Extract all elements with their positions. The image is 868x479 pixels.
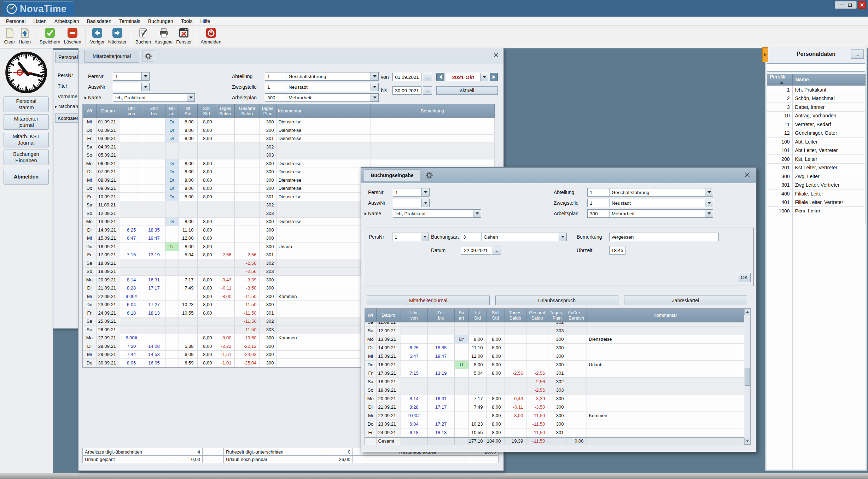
dropdown-button[interactable] xyxy=(421,188,429,196)
personaldaten-row[interactable]: 201 Kst Leiter, Vertreter xyxy=(767,163,865,172)
menu-item[interactable]: Hilfe xyxy=(196,17,214,25)
toolbar-abmelden-button[interactable]: Abmelden xyxy=(199,26,223,45)
datum-picker-button[interactable]: ... xyxy=(492,246,501,255)
dialog-table-row[interactable]: Di 21.09.21 8:28 17:17 7,49 8,00 -0,11 -… xyxy=(365,403,744,411)
minimize-icon[interactable] xyxy=(840,5,844,5)
column-header[interactable]: Soll Std xyxy=(197,104,216,118)
sidebar-mitarb-kst-journal-button[interactable]: Mitarb. KST Journal xyxy=(4,132,49,147)
sidebar-abmelden-button[interactable]: Abmelden xyxy=(4,169,49,185)
close-window-button[interactable] xyxy=(494,52,499,59)
toolbar-loeschen-button[interactable]: Löschen xyxy=(62,26,83,45)
menu-item[interactable]: Arbeitsplan xyxy=(51,17,83,25)
kopfdaten-tab[interactable]: Kopfdaten xyxy=(55,113,78,123)
column-header[interactable]: Tages Saldo xyxy=(505,309,526,322)
toolbar-fenster-button[interactable]: Fenster xyxy=(174,26,193,45)
dropdown-button[interactable] xyxy=(187,94,194,101)
auswnr-combobox[interactable] xyxy=(393,199,430,207)
personaldaten-row[interactable]: 10 Antrag, Vorhanden xyxy=(767,111,865,120)
settings-gear-button[interactable] xyxy=(423,170,435,181)
aktuell-button[interactable]: aktuell xyxy=(436,86,498,95)
arbeitsplan-combobox[interactable]: 300 Mehrarbeit xyxy=(265,93,379,102)
sidebar-personalstamm-button[interactable]: Personal stamm xyxy=(4,97,49,112)
column-header[interactable]: Soll Std xyxy=(487,309,505,322)
menu-item[interactable]: Terminals xyxy=(115,17,144,25)
column-header[interactable]: Bu art xyxy=(165,104,179,118)
tab-mitarbeiterjournal[interactable]: Mitarbeiterjournal xyxy=(84,50,139,63)
column-header[interactable]: Zeit bis xyxy=(427,309,454,322)
scrollbar-thumb[interactable] xyxy=(745,368,750,386)
dropdown-button[interactable] xyxy=(371,83,378,91)
toolbar-ausgabe-button[interactable]: Ausgabe xyxy=(153,26,174,45)
vertical-scrollbar[interactable] xyxy=(744,309,750,444)
close-app-button[interactable] xyxy=(858,1,866,9)
maximize-icon[interactable] xyxy=(848,4,852,7)
personaldaten-row[interactable]: 2 Schön, Manchmal xyxy=(767,94,865,103)
dropdown-button[interactable] xyxy=(559,233,566,241)
column-header[interactable]: Bu art xyxy=(454,309,468,322)
subtab-jahreskartei[interactable]: Jahreskartei xyxy=(624,296,747,305)
column-header[interactable]: Kommentar xyxy=(587,309,744,322)
persnr-column-header[interactable]: PersNr xyxy=(767,74,792,86)
name-column-header[interactable]: Name xyxy=(792,74,865,86)
dialog-table-row[interactable]: Mi 15.09.21 6:47 19:47 12,00 8,00 300 xyxy=(365,352,744,361)
persnr-combobox[interactable]: 1 xyxy=(393,188,430,197)
menu-item[interactable]: Buchungen xyxy=(144,17,177,25)
column-header[interactable]: Gesamt Saldo xyxy=(526,309,548,322)
column-header[interactable]: Tages Saldo xyxy=(216,104,234,118)
column-header[interactable]: Uhr von xyxy=(120,104,143,118)
journal-table-row[interactable]: So 05.09.21 303 xyxy=(83,151,494,159)
column-header[interactable]: Tages Plan xyxy=(548,309,566,322)
auswnr-combobox[interactable] xyxy=(113,83,150,91)
column-header[interactable]: Bemerkung xyxy=(371,104,494,118)
dropdown-button[interactable] xyxy=(141,72,149,80)
menu-item[interactable]: Listen xyxy=(29,17,50,25)
menu-item[interactable]: Personal xyxy=(2,17,29,25)
column-header[interactable]: Gesamt Saldo xyxy=(234,104,260,118)
close-dialog-button[interactable] xyxy=(745,172,750,179)
column-header[interactable]: Datum xyxy=(376,309,401,322)
personaldaten-row[interactable]: 12 Genehmiger, Guter xyxy=(767,129,865,138)
buchungsart-combobox[interactable]: 3 Gehen xyxy=(461,233,567,241)
dialog-table-row[interactable]: Mo 20.09.21 8:14 16:31 7,17 8,00 -0,43 -… xyxy=(365,395,744,403)
datum-input[interactable] xyxy=(461,246,491,255)
abteilung-combobox[interactable]: 1 Geschäftsführung xyxy=(587,188,713,197)
personaldaten-row[interactable]: 300 Zwg, Leiter xyxy=(767,172,865,181)
dialog-table-row[interactable]: Do 23.09.21 6:04 17:27 10,23 8,00 -11,50… xyxy=(365,420,744,428)
dialog-table-row[interactable]: Mo 13.09.21 Dr 8,00 8,00 300 xyxy=(365,335,744,344)
tab-buchungseingabe[interactable]: Buchungseingabe xyxy=(364,169,420,181)
journal-table-row[interactable]: Mi 01.09.21 Dr 8,00 8,00 300 Dienstreise xyxy=(83,118,494,126)
dialog-table-row[interactable]: Sa 18.09.21 -2,56 302 xyxy=(365,378,744,386)
toolbar-speichern-button[interactable]: Speichern xyxy=(38,26,62,45)
sidebar-mitarbeiterjournal-button[interactable]: Mitarbeiter journal xyxy=(4,114,49,130)
journal-table-row[interactable]: Do 02.09.21 Dr 8,00 8,00 300 Dienstreise xyxy=(83,126,494,135)
personaldaten-filter-input[interactable] xyxy=(767,63,865,72)
column-header[interactable]: Wt xyxy=(83,104,96,118)
dialog-table-row[interactable]: Fr 17.09.21 7:15 13:19 5,04 8,00 -2,56 -… xyxy=(365,369,744,378)
personaldaten-row[interactable]: 301 Zwg Leiter, Vertreter xyxy=(767,181,865,189)
arbeitsplan-combobox[interactable]: 300 Mehrarbeit xyxy=(587,209,713,218)
dialog-table-row[interactable]: Mi 22.09.21 9:00# 8,00 -8,00 -11,50 300 xyxy=(365,411,744,420)
personaldaten-row[interactable]: 400 Filiale, Leiter xyxy=(767,189,865,198)
toolbar-buchen-button[interactable]: Buchen xyxy=(134,26,153,45)
personaldaten-row[interactable]: 200 Kst, Leiter xyxy=(767,155,865,164)
toolbar-clear-button[interactable]: Clear xyxy=(2,26,17,45)
menu-item[interactable]: Tools xyxy=(177,17,197,25)
column-header[interactable]: Kommentar xyxy=(276,104,371,118)
von-date-picker-button[interactable]: ... xyxy=(423,73,432,81)
column-header[interactable]: Wt xyxy=(365,309,376,322)
journal-table-row[interactable]: Mo 06.09.21 Dr 8,00 8,00 300 Dienstreise xyxy=(83,159,494,168)
subtab-urlaubsanspruch[interactable]: Urlaubsanspruch xyxy=(495,296,618,305)
dropdown-button[interactable] xyxy=(371,94,378,101)
month-dropdown-button[interactable] xyxy=(480,73,488,81)
column-header[interactable]: Tages Plan xyxy=(260,104,276,118)
dropdown-button[interactable] xyxy=(705,188,713,196)
dialog-table-row[interactable]: So 19.09.21 -2,56 303 xyxy=(365,386,744,395)
bis-date-input[interactable] xyxy=(392,86,421,95)
menu-item[interactable]: Basisdaten xyxy=(83,17,115,25)
dropdown-button[interactable] xyxy=(371,72,378,80)
dropdown-button[interactable] xyxy=(421,199,429,207)
scroll-down-button[interactable] xyxy=(744,438,750,444)
abteilung-combobox[interactable]: 1 Geschäftsführung xyxy=(265,72,379,81)
scroll-up-button[interactable] xyxy=(744,309,750,315)
personaldaten-row[interactable]: 100 Abt, Leiter xyxy=(767,138,865,146)
